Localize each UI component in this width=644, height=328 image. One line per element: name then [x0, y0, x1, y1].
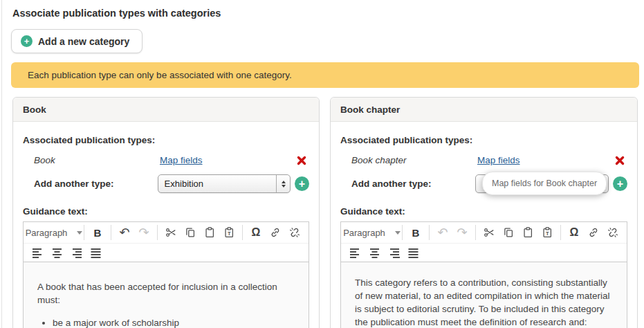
- link-icon: [587, 226, 600, 239]
- guidance-intro: This category refers to a contribution, …: [355, 276, 617, 328]
- guidance-editor: Paragraph B ↶ ↷: [340, 221, 627, 328]
- paragraph-format-label: Paragraph: [343, 228, 385, 238]
- paragraph-format-dropdown[interactable]: Paragraph: [28, 224, 80, 242]
- select-stepper-icon: [276, 175, 290, 192]
- type-select[interactable]: Exhibition: [158, 174, 291, 193]
- panel-book-body: Associated publication types: Book Map f…: [13, 122, 319, 328]
- toolbar-separator: [429, 225, 430, 240]
- add-another-label: Add another type:: [34, 179, 158, 189]
- copy-button[interactable]: [499, 224, 518, 242]
- editor-toolbar-row2: [24, 243, 309, 262]
- remove-type-x-icon[interactable]: [297, 156, 306, 165]
- bold-button[interactable]: B: [88, 224, 107, 242]
- add-another-row: Add another type: + Map fields for Book …: [340, 174, 627, 193]
- notice-text: Each publication type can only be associ…: [28, 70, 292, 80]
- paste-button[interactable]: [200, 224, 219, 242]
- svg-text:T: T: [546, 230, 549, 237]
- justify-button[interactable]: [86, 244, 105, 262]
- align-left-button[interactable]: [28, 244, 47, 262]
- undo-button[interactable]: ↶: [433, 224, 452, 242]
- justify-button[interactable]: [403, 244, 423, 262]
- guidance-editor: Paragraph B ↶ ↷: [23, 221, 309, 328]
- guidance-editor-content[interactable]: A book that has been accepted for inclus…: [24, 262, 309, 328]
- copy-icon: [502, 226, 515, 239]
- type-name: Book: [34, 155, 160, 165]
- bold-button[interactable]: B: [406, 224, 425, 242]
- paste-text-icon: T: [223, 226, 235, 239]
- align-left-button[interactable]: [345, 244, 365, 262]
- editor-toolbar-row1: Paragraph B ↶ ↷: [24, 222, 309, 243]
- link-icon: [269, 226, 282, 239]
- remove-link-button[interactable]: [603, 224, 623, 242]
- type-row: Book Map fields: [23, 155, 309, 165]
- remove-type-x-icon[interactable]: [615, 156, 625, 165]
- align-center-button[interactable]: [365, 244, 384, 262]
- guidance-bullet: be a major work of scholarship: [53, 316, 299, 328]
- add-category-button[interactable]: + Add a new category: [11, 29, 142, 53]
- guidance-bullet-list: be a major work of scholarship be offere…: [33, 316, 299, 328]
- associated-types-label: Associated publication types:: [23, 135, 309, 145]
- guidance-label: Guidance text:: [340, 206, 627, 217]
- associated-types-label: Associated publication types:: [340, 135, 627, 145]
- map-fields-tooltip: Map fields for Book chapter: [482, 172, 607, 195]
- panel-title: Book: [23, 104, 46, 115]
- add-type-button[interactable]: +: [295, 176, 309, 191]
- page: Associate publication types with categor…: [0, 0, 644, 328]
- undo-button[interactable]: ↶: [115, 224, 134, 242]
- paste-as-text-button[interactable]: T: [537, 224, 557, 242]
- unlink-icon: [607, 226, 619, 239]
- paste-icon: [522, 226, 534, 239]
- insert-link-button[interactable]: [584, 224, 603, 242]
- scissors-icon: [483, 226, 495, 239]
- justify-icon: [90, 248, 102, 258]
- remove-link-button[interactable]: [285, 224, 304, 242]
- panel-book: Book Associated publication types: Book …: [12, 97, 320, 328]
- cut-button[interactable]: [161, 224, 181, 242]
- align-left-icon: [349, 248, 361, 258]
- align-center-icon: [369, 248, 380, 258]
- svg-text:T: T: [228, 230, 231, 237]
- panel-book-header: Book: [13, 98, 319, 122]
- align-right-button[interactable]: [384, 244, 403, 262]
- page-edge-line: [1, 0, 2, 328]
- toolbar-separator: [242, 225, 243, 240]
- toolbar-separator: [84, 225, 84, 240]
- panel-book-chapter: Book chapter Associated publication type…: [330, 97, 638, 328]
- category-panels: Book Associated publication types: Book …: [12, 97, 638, 328]
- paste-icon: [203, 226, 216, 239]
- page-title: Associate publication types with categor…: [12, 8, 221, 19]
- toolbar-separator: [560, 225, 561, 240]
- special-character-button[interactable]: Ω: [564, 224, 584, 242]
- notice-banner: Each publication type can only be associ…: [11, 62, 639, 88]
- map-fields-link[interactable]: Map fields: [477, 155, 520, 165]
- paste-button[interactable]: [518, 224, 537, 242]
- toolbar-separator: [111, 225, 111, 240]
- editor-toolbar-row2: [341, 243, 627, 262]
- special-character-button[interactable]: Ω: [246, 224, 266, 242]
- type-select-value: Exhibition: [158, 179, 276, 189]
- unlink-icon: [288, 226, 301, 239]
- editor-toolbar-row1: Paragraph B ↶ ↷: [341, 222, 627, 243]
- map-fields-link[interactable]: Map fields: [160, 155, 203, 165]
- align-center-button[interactable]: [47, 244, 66, 262]
- add-type-button[interactable]: +: [613, 176, 627, 191]
- panel-book-chapter-header: Book chapter: [331, 98, 637, 122]
- scissors-icon: [165, 226, 177, 239]
- guidance-editor-content[interactable]: This category refers to a contribution, …: [341, 262, 627, 328]
- plus-icon: +: [21, 35, 33, 47]
- guidance-intro: A book that has been accepted for inclus…: [37, 280, 299, 307]
- align-right-button[interactable]: [66, 244, 86, 262]
- redo-button[interactable]: ↷: [452, 224, 472, 242]
- align-center-icon: [51, 248, 63, 258]
- redo-button[interactable]: ↷: [134, 224, 154, 242]
- cut-button[interactable]: [479, 224, 499, 242]
- guidance-label: Guidance text:: [23, 206, 309, 217]
- toolbar-separator: [402, 225, 403, 240]
- chevron-down-icon: [77, 231, 82, 235]
- chevron-down-icon: [395, 231, 401, 235]
- copy-button[interactable]: [181, 224, 200, 242]
- paragraph-format-dropdown[interactable]: Paragraph: [345, 224, 398, 242]
- add-category-button-label: Add a new category: [38, 36, 129, 47]
- paste-as-text-button[interactable]: T: [219, 224, 239, 242]
- insert-link-button[interactable]: [266, 224, 285, 242]
